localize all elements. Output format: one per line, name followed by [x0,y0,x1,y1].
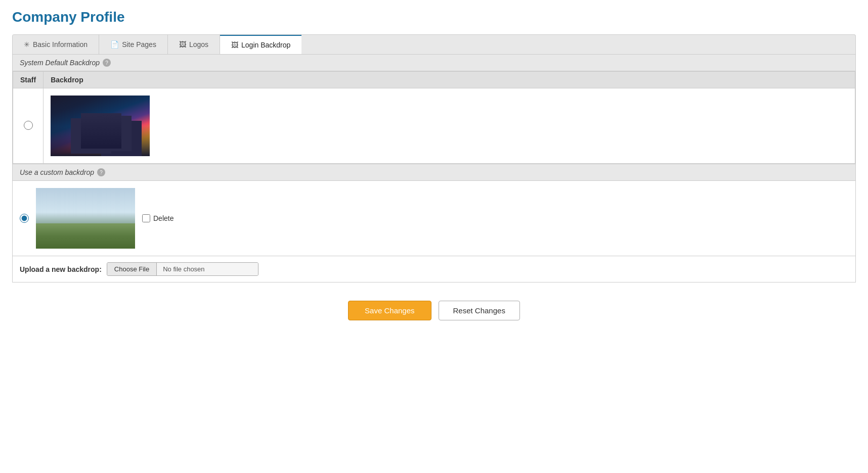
custom-backdrop-section-header: Use a custom backdrop ? [13,164,855,181]
col-staff-header: Staff [13,72,44,88]
upload-row: Upload a new backdrop: Choose File No fi… [13,256,855,282]
system-default-section-header: System Default Backdrop ? [13,55,855,71]
tab-login-backdrop-label: Login Backdrop [241,41,290,49]
content-area: System Default Backdrop ? Staff Backdrop [12,54,856,282]
col-backdrop-header: Backdrop [44,72,855,88]
custom-backdrop-content: Delete [13,181,855,256]
no-file-text: No file chosen [157,263,258,275]
tab-site-pages[interactable]: 📄 Site Pages [99,35,168,54]
basic-info-icon: ✳ [24,40,30,49]
tab-basic-information-label: Basic Information [33,40,88,49]
reset-changes-button[interactable]: Reset Changes [439,301,520,320]
logos-icon: 🖼 [179,40,186,49]
custom-backdrop-help-icon[interactable]: ? [97,168,105,176]
system-default-radio-cell [13,88,44,164]
custom-backdrop-row: Delete [20,188,848,249]
system-default-help-icon[interactable]: ? [103,59,111,67]
login-backdrop-icon: 🖼 [231,41,238,49]
table-header-row: Staff Backdrop [13,72,855,88]
page-title: Company Profile [12,9,856,25]
tab-logos[interactable]: 🖼 Logos [168,35,220,54]
tabs-bar: ✳ Basic Information 📄 Site Pages 🖼 Logos… [12,34,856,54]
page-wrapper: Company Profile ✳ Basic Information 📄 Si… [0,0,868,473]
choose-file-button[interactable]: Choose File [107,263,157,275]
delete-label: Delete [153,214,173,222]
site-pages-icon: 📄 [110,40,119,49]
system-default-radio[interactable] [24,121,33,130]
system-default-header-text: System Default Backdrop [20,59,100,67]
buttons-row: Save Changes Reset Changes [12,301,856,320]
custom-backdrop-radio[interactable] [20,214,29,223]
tab-site-pages-label: Site Pages [122,40,156,49]
custom-backdrop-header-text: Use a custom backdrop [20,168,94,176]
tab-login-backdrop[interactable]: 🖼 Login Backdrop [220,35,301,54]
file-input-wrapper: Choose File No file chosen [107,262,258,276]
save-changes-button[interactable]: Save Changes [348,301,431,320]
tab-logos-label: Logos [189,40,208,49]
upload-label: Upload a new backdrop: [20,265,102,273]
system-default-backdrop-cell [44,88,855,164]
beach-backdrop-image [36,188,135,249]
table-row [13,88,855,164]
backdrop-table: Staff Backdrop [13,71,855,164]
tab-basic-information[interactable]: ✳ Basic Information [13,35,99,54]
delete-label-area: Delete [142,214,173,222]
city-backdrop-image [51,96,150,156]
delete-checkbox[interactable] [142,214,150,222]
